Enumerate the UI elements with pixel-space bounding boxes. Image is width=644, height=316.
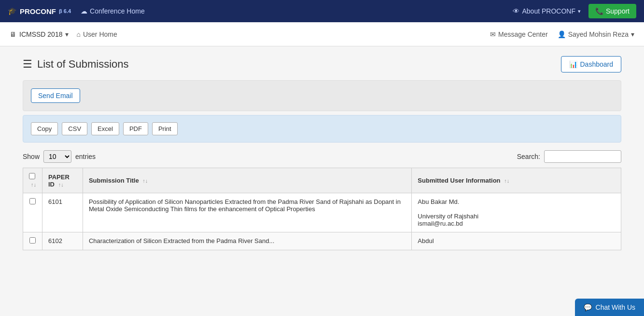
- user-email-value: ismail@ru.ac.bd: [418, 220, 615, 227]
- table-row: 6102 Characterization of Silicon Extract…: [23, 232, 621, 250]
- user-col-label: Submitted User Information: [418, 177, 500, 184]
- csv-button[interactable]: CSV: [62, 122, 87, 135]
- conf-dropdown-arrow: ▾: [65, 30, 69, 38]
- conf-home-link[interactable]: ☁ Conference Home: [81, 7, 145, 15]
- table-controls: Show 10 25 50 100 entries Search:: [23, 150, 621, 163]
- home-icon: ⌂: [76, 30, 80, 38]
- table-header-row: ↑↓ PAPERID ↑↓ Submission Title ↑↓ Submit…: [23, 168, 621, 193]
- export-bar: Copy CSV Excel PDF Print: [23, 115, 621, 143]
- row-user-info: Abu Bakar Md. University of Rajshahi ism…: [412, 193, 621, 232]
- conf-name: ICMSSD 2018: [19, 30, 62, 38]
- row-checkbox-cell: [23, 232, 42, 250]
- col-header-paper-id[interactable]: PAPERID ↑↓: [42, 168, 83, 193]
- excel-button[interactable]: Excel: [91, 122, 119, 135]
- user-icon: 👤: [558, 30, 566, 38]
- brand[interactable]: 🎓 PROCONF β 6.4: [8, 7, 71, 15]
- row-paper-id: 6101: [42, 193, 83, 232]
- select-all-checkbox[interactable]: [29, 173, 35, 179]
- search-label: Search:: [517, 153, 540, 160]
- user-menu[interactable]: 👤 Sayed Mohsin Reza ▾: [558, 30, 634, 38]
- row-title: Characterization of Silicon Extracted fr…: [83, 232, 411, 250]
- copy-label: Copy: [37, 125, 52, 132]
- user-affil-value: University of Rajshahi: [418, 213, 615, 220]
- print-label: Print: [158, 125, 171, 132]
- sub-navbar: 🖥 ICMSSD 2018 ▾ ⌂ User Home ✉ Message Ce…: [0, 22, 644, 46]
- pdf-label: PDF: [129, 125, 142, 132]
- page-title-text: List of Submissions: [37, 58, 129, 71]
- navbar-left: 🎓 PROCONF β 6.4 ☁ Conference Home: [8, 7, 145, 15]
- title-value: Characterization of Silicon Extracted fr…: [89, 237, 274, 244]
- dashboard-button[interactable]: 📊 Dashboard: [561, 56, 622, 72]
- row-checkbox[interactable]: [29, 198, 36, 204]
- show-label: Show: [23, 153, 40, 160]
- conf-home-label: Conference Home: [90, 7, 145, 15]
- search-box: Search:: [517, 150, 621, 163]
- table-row: 6101 Possibility of Application of Silic…: [23, 193, 621, 232]
- send-email-button[interactable]: Send Email: [31, 88, 80, 103]
- page-title: ☰ List of Submissions: [23, 58, 129, 71]
- support-button[interactable]: 📞 Support: [588, 4, 636, 18]
- pdf-button[interactable]: PDF: [123, 122, 148, 135]
- eye-icon: 👁: [513, 7, 519, 15]
- title-value: Possibility of Application of Silicon Na…: [89, 198, 401, 213]
- row-paper-id: 6102: [42, 232, 83, 250]
- user-home-label: User Home: [83, 30, 117, 38]
- user-name-value: Abu Bakar Md.: [418, 198, 615, 205]
- mail-icon: ✉: [490, 30, 496, 38]
- conf-selector[interactable]: 🖥 ICMSSD 2018 ▾: [10, 30, 69, 38]
- row-user-info: Abdul: [412, 232, 621, 250]
- col-header-checkbox: ↑↓: [23, 168, 42, 193]
- title-col-label: Submission Title: [89, 177, 139, 184]
- row-checkbox[interactable]: [29, 237, 36, 244]
- user-sort-icon: ↑↓: [504, 178, 509, 184]
- show-entries-control: Show 10 25 50 100 entries: [23, 150, 96, 163]
- search-input[interactable]: [544, 150, 621, 163]
- about-proconf-link[interactable]: 👁 About PROCONF ▾: [513, 7, 580, 15]
- top-navbar: 🎓 PROCONF β 6.4 ☁ Conference Home 👁 Abou…: [0, 0, 644, 22]
- cloud-icon: ☁: [81, 7, 87, 15]
- brand-version: β 6.4: [59, 8, 71, 14]
- about-dropdown-arrow: ▾: [578, 8, 581, 14]
- entries-select[interactable]: 10 25 50 100: [43, 150, 71, 163]
- paper-id-value: 6101: [48, 198, 62, 205]
- user-home-link[interactable]: ⌂ User Home: [76, 30, 117, 38]
- paper-id-sort-icon: ↑↓: [58, 182, 64, 187]
- sub-navbar-left: 🖥 ICMSSD 2018 ▾ ⌂ User Home: [10, 30, 117, 38]
- page-header: ☰ List of Submissions 📊 Dashboard: [23, 56, 621, 72]
- send-email-label: Send Email: [38, 92, 73, 100]
- print-button[interactable]: Print: [152, 122, 178, 135]
- about-label: About PROCONF: [522, 7, 575, 15]
- grad-cap-icon: 🎓: [8, 7, 17, 15]
- list-icon: ☰: [23, 58, 32, 71]
- support-label: Support: [606, 7, 630, 15]
- copy-button[interactable]: Copy: [31, 122, 58, 135]
- excel-label: Excel: [98, 125, 113, 132]
- row-title: Possibility of Application of Silicon Na…: [83, 193, 411, 232]
- action-bar: Send Email: [23, 80, 621, 111]
- entries-label: entries: [75, 153, 96, 160]
- main-content: ☰ List of Submissions 📊 Dashboard Send E…: [13, 56, 631, 250]
- dashboard-btn-label: Dashboard: [580, 60, 614, 68]
- phone-icon: 📞: [595, 7, 603, 15]
- brand-name: PROCONF: [20, 7, 56, 15]
- message-center-label: Message Center: [498, 30, 548, 38]
- csv-label: CSV: [68, 125, 81, 132]
- monitor-icon: 🖥: [10, 30, 16, 38]
- user-name-value: Abdul: [418, 237, 615, 244]
- user-dropdown-arrow: ▾: [631, 30, 634, 38]
- title-sort-icon: ↑↓: [142, 178, 148, 184]
- col-header-title[interactable]: Submission Title ↑↓: [83, 168, 411, 193]
- message-center-link[interactable]: ✉ Message Center: [490, 30, 548, 38]
- checkbox-sort-icon: ↑↓: [31, 182, 36, 187]
- paper-id-value: 6102: [48, 237, 62, 244]
- submissions-table: ↑↓ PAPERID ↑↓ Submission Title ↑↓ Submit…: [23, 168, 621, 250]
- col-header-user-info[interactable]: Submitted User Information ↑↓: [412, 168, 621, 193]
- dashboard-icon: 📊: [569, 60, 577, 68]
- navbar-right: 👁 About PROCONF ▾ 📞 Support: [513, 4, 636, 18]
- sub-navbar-right: ✉ Message Center 👤 Sayed Mohsin Reza ▾: [490, 30, 634, 38]
- user-name: Sayed Mohsin Reza: [568, 30, 629, 38]
- row-checkbox-cell: [23, 193, 42, 232]
